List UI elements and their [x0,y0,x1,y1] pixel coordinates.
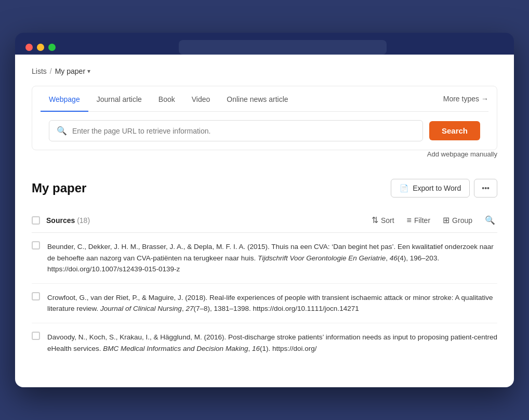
source-3-checkbox[interactable] [32,332,40,340]
source-item-3: Davoody, N., Koch, S., Krakau, I., & Häg… [32,323,497,362]
select-all-checkbox[interactable] [32,216,40,225]
more-types-button[interactable]: More types → [443,86,488,111]
source-item-1: Beunder, C., Dekker, J. H. M., Brasser, … [32,233,497,284]
source-1-checkbox[interactable] [32,241,40,250]
source-1-text: Beunder, C., Dekker, J. H. M., Brasser, … [47,241,497,275]
sort-label: Sort [381,216,394,225]
sources-search-button[interactable]: 🔍 [483,213,497,227]
sources-left: Sources (18) [32,216,90,225]
sources-count: (18) [77,216,90,225]
sources-search-icon: 🔍 [485,215,495,225]
search-row: 🔍 Search [41,112,488,150]
content-area: Lists / My paper ▾ Webpage Journal artic… [15,55,514,375]
browser-body: Lists / My paper ▾ Webpage Journal artic… [15,55,514,387]
paper-actions: 📄 Export to Word ••• [391,179,497,198]
export-to-word-button[interactable]: 📄 Export to Word [391,179,470,198]
source-2-checkbox[interactable] [32,292,40,300]
breadcrumb-current: My paper ▾ [55,67,90,75]
paper-header: My paper 📄 Export to Word ••• [32,179,497,198]
more-types-label: More types [443,95,479,103]
address-bar[interactable] [179,40,387,55]
tab-webpage[interactable]: Webpage [41,87,88,112]
filter-button[interactable]: ≡ Filter [405,214,432,227]
search-button[interactable]: Search [429,121,480,140]
group-label: Group [452,216,472,225]
sources-label: Sources (18) [46,216,90,225]
filter-label: Filter [414,216,430,225]
tab-video[interactable]: Video [183,87,219,112]
tab-online-news-article[interactable]: Online news article [218,87,296,112]
more-types-arrow-icon: → [481,95,488,103]
sources-controls: ⇅ Sort ≡ Filter ⊞ Group 🔍 [369,213,497,227]
search-icon: 🔍 [57,126,67,136]
sources-label-text: Sources [46,216,75,225]
source-3-text: Davoody, N., Koch, S., Krakau, I., & Häg… [47,332,497,354]
sources-header: Sources (18) ⇅ Sort ≡ Filter [32,208,497,233]
group-icon: ⊞ [443,215,449,225]
source-item-2: Crowfoot, G., van der Riet, P., & Maguir… [32,284,497,323]
breadcrumb-lists-link[interactable]: Lists [32,67,47,75]
maximize-button[interactable] [48,44,56,51]
add-manually-link[interactable]: Add webpage manually [32,150,497,166]
tabs-row: Webpage Journal article Book Video Onlin… [41,86,488,112]
paper-section: My paper 📄 Export to Word ••• [32,179,497,362]
source-2-text: Crowfoot, G., van der Riet, P., & Maguir… [47,292,497,314]
browser-chrome [15,33,514,55]
sort-icon: ⇅ [372,215,378,225]
sort-button[interactable]: ⇅ Sort [369,213,396,227]
breadcrumb-chevron-icon[interactable]: ▾ [87,68,90,75]
url-search-input[interactable] [72,127,415,135]
breadcrumb-separator: / [50,67,52,75]
tab-journal-article[interactable]: Journal article [88,87,150,112]
export-label: Export to Word [413,184,461,192]
breadcrumb: Lists / My paper ▾ [32,67,497,75]
search-input-wrapper: 🔍 [49,120,423,141]
paper-title: My paper [32,181,86,195]
filter-icon: ≡ [407,216,412,225]
more-options-icon: ••• [482,184,490,192]
minimize-button[interactable] [37,44,44,51]
breadcrumb-current-label: My paper [55,67,85,75]
source-type-container: Webpage Journal article Book Video Onlin… [32,86,497,150]
browser-window: Lists / My paper ▾ Webpage Journal artic… [15,33,514,387]
more-options-button[interactable]: ••• [474,179,497,198]
traffic-lights [25,44,56,51]
group-button[interactable]: ⊞ Group [441,213,474,227]
close-button[interactable] [25,44,33,51]
tab-book[interactable]: Book [150,87,183,112]
export-icon: 📄 [400,184,408,192]
browser-controls [25,40,504,55]
